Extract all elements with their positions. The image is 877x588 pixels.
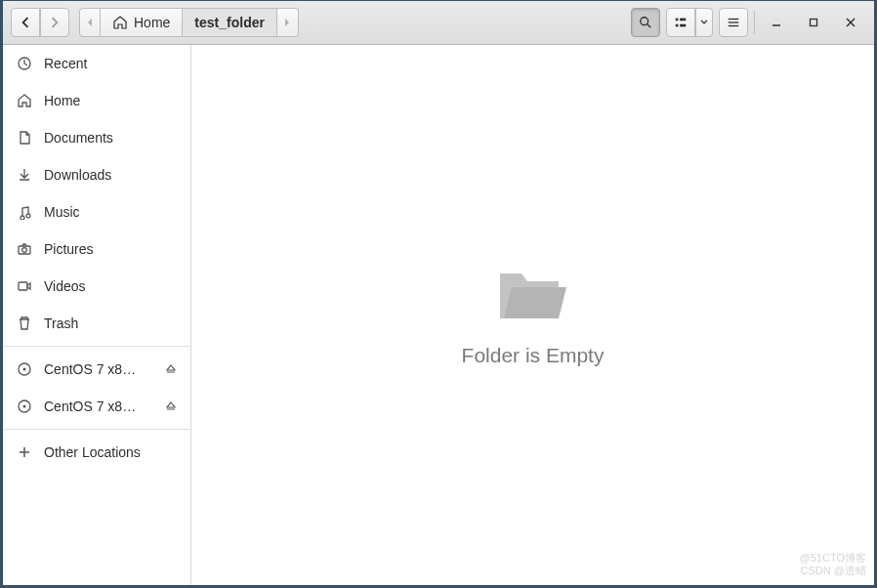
breadcrumb: Home test_folder xyxy=(79,8,625,37)
pathbar-scroll-left[interactable] xyxy=(79,8,101,37)
eject-icon xyxy=(165,400,177,412)
download-icon xyxy=(17,167,32,183)
sidebar-item-label: Downloads xyxy=(44,167,177,183)
sidebar-item-downloads[interactable]: Downloads xyxy=(3,156,190,193)
breadcrumb-item-current[interactable]: test_folder xyxy=(183,8,277,37)
watermark-line: @51CTO博客 xyxy=(800,552,866,565)
sidebar: Recent Home Documents Downloads Music Pi… xyxy=(3,45,191,585)
svg-line-1 xyxy=(647,24,651,28)
view-dropdown-button[interactable] xyxy=(695,8,713,37)
breadcrumb-item-home[interactable]: Home xyxy=(101,8,183,37)
svg-rect-5 xyxy=(680,24,686,27)
svg-point-0 xyxy=(641,18,648,25)
triangle-left-icon xyxy=(86,18,94,27)
eject-button[interactable] xyxy=(165,363,177,375)
view-controls xyxy=(666,8,713,37)
sidebar-item-label: Trash xyxy=(44,315,177,331)
sidebar-mount-item[interactable]: CentOS 7 x8… xyxy=(3,351,190,388)
disc-icon xyxy=(17,361,32,377)
home-icon xyxy=(17,93,32,108)
sidebar-item-pictures[interactable]: Pictures xyxy=(3,231,190,268)
sidebar-item-label: Recent xyxy=(44,56,177,71)
svg-point-18 xyxy=(23,368,26,371)
sidebar-item-documents[interactable]: Documents xyxy=(3,119,190,156)
maximize-icon xyxy=(809,18,818,27)
minimize-button[interactable] xyxy=(761,8,792,37)
camera-icon xyxy=(17,241,32,257)
sidebar-item-videos[interactable]: Videos xyxy=(3,268,190,305)
svg-rect-3 xyxy=(680,19,686,21)
maximize-button[interactable] xyxy=(798,8,829,37)
sidebar-item-label: Videos xyxy=(44,278,177,294)
watermark-line: CSDN @遣蜡 xyxy=(800,565,866,577)
breadcrumb-label: test_folder xyxy=(194,15,265,30)
search-icon xyxy=(639,16,652,29)
sidebar-item-label: Music xyxy=(44,204,177,220)
triangle-right-icon xyxy=(283,18,291,27)
plus-icon xyxy=(17,444,32,460)
svg-rect-10 xyxy=(811,20,817,26)
clock-icon xyxy=(17,56,32,71)
toolbar-right xyxy=(631,8,866,37)
svg-rect-4 xyxy=(676,24,679,27)
sidebar-item-trash[interactable]: Trash xyxy=(3,305,190,342)
pathbar-scroll-right[interactable] xyxy=(277,8,299,37)
svg-point-15 xyxy=(22,248,27,253)
forward-button[interactable] xyxy=(40,8,69,37)
content-pane: Folder is Empty @51CTO博客 CSDN @遣蜡 xyxy=(191,45,874,585)
breadcrumb-label: Home xyxy=(134,15,170,30)
empty-state-text: Folder is Empty xyxy=(462,344,605,367)
sidebar-item-music[interactable]: Music xyxy=(3,193,190,231)
sidebar-separator xyxy=(3,346,190,347)
sidebar-item-label: Other Locations xyxy=(44,444,177,460)
sidebar-item-label: CentOS 7 x8… xyxy=(44,361,153,377)
eject-icon xyxy=(165,363,177,375)
header-toolbar: Home test_folder xyxy=(3,1,874,45)
svg-rect-16 xyxy=(19,282,27,290)
hamburger-menu-button[interactable] xyxy=(719,8,748,37)
sidebar-mount-item[interactable]: CentOS 7 x8… xyxy=(3,388,190,425)
chevron-right-icon xyxy=(49,17,61,28)
sidebar-item-label: Pictures xyxy=(44,241,177,257)
search-button[interactable] xyxy=(631,8,660,37)
watermark: @51CTO博客 CSDN @遣蜡 xyxy=(800,552,866,577)
sidebar-item-label: Home xyxy=(44,93,177,108)
hamburger-icon xyxy=(727,16,740,29)
close-button[interactable] xyxy=(835,8,866,37)
svg-point-20 xyxy=(23,405,26,408)
eject-button[interactable] xyxy=(165,400,177,412)
main-area: Recent Home Documents Downloads Music Pi… xyxy=(3,45,874,585)
chevron-down-icon xyxy=(700,20,708,25)
home-icon xyxy=(112,15,128,30)
nav-buttons xyxy=(11,8,69,37)
sidebar-item-home[interactable]: Home xyxy=(3,82,190,119)
sidebar-separator xyxy=(3,429,190,430)
sidebar-item-other-locations[interactable]: Other Locations xyxy=(3,434,190,471)
disc-icon xyxy=(17,399,32,414)
sidebar-item-label: Documents xyxy=(44,130,177,146)
music-icon xyxy=(17,204,32,220)
svg-rect-2 xyxy=(676,19,679,21)
video-icon xyxy=(17,278,32,294)
minimize-icon xyxy=(772,18,781,27)
trash-icon xyxy=(17,315,32,331)
list-icon xyxy=(674,16,688,29)
back-button[interactable] xyxy=(11,8,40,37)
sidebar-item-label: CentOS 7 x8… xyxy=(44,399,153,414)
sidebar-item-recent[interactable]: Recent xyxy=(3,45,190,82)
empty-folder-icon xyxy=(494,264,572,326)
chevron-left-icon xyxy=(20,17,31,28)
view-list-button[interactable] xyxy=(666,8,695,37)
document-icon xyxy=(17,130,32,146)
close-icon xyxy=(846,18,856,27)
